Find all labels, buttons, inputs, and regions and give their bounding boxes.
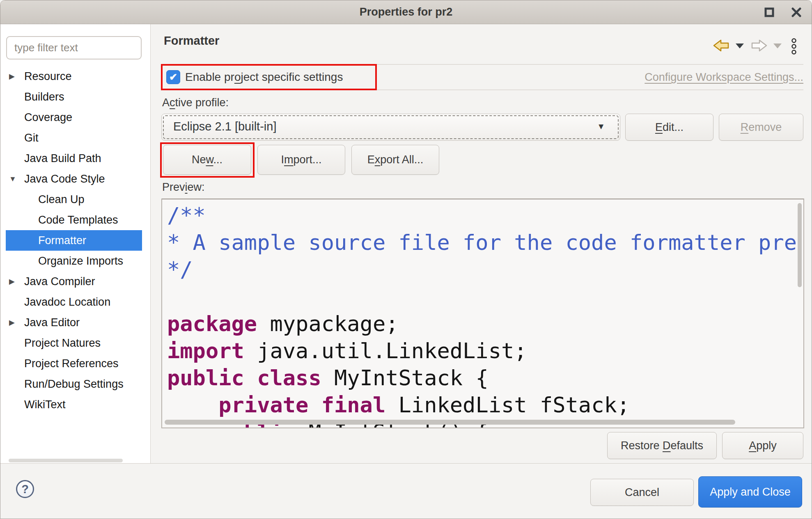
sidebar-item-organize-imports[interactable]: Organize Imports: [6, 251, 142, 271]
preview-horizontal-scrollbar[interactable]: [165, 420, 735, 425]
code-line: [167, 283, 797, 310]
restore-defaults-button[interactable]: Restore Defaults: [607, 432, 717, 459]
import-button[interactable]: Import...: [257, 145, 345, 175]
sidebar-item-java-code-style[interactable]: ▼Java Code Style: [6, 169, 142, 189]
sidebar-item-label: Project References: [24, 357, 119, 370]
sidebar-item-wikitext[interactable]: WikiText: [6, 394, 142, 415]
close-icon[interactable]: [790, 6, 803, 18]
code-line: private final LinkedList fStack;: [167, 391, 797, 418]
cancel-button[interactable]: Cancel: [590, 479, 694, 506]
sidebar-item-label: Java Editor: [24, 316, 80, 329]
sidebar-item-git[interactable]: Git: [6, 128, 142, 148]
sidebar-item-resource[interactable]: ▶Resource: [6, 66, 142, 87]
titlebar[interactable]: Properties for pr2: [0, 0, 812, 24]
sidebar-item-clean-up[interactable]: Clean Up: [6, 189, 142, 210]
edit-button[interactable]: Edit...: [625, 114, 713, 141]
sidebar-item-javadoc-location[interactable]: Javadoc Location: [6, 292, 142, 312]
configure-workspace-settings-link[interactable]: Configure Workspace Settings...: [645, 71, 803, 84]
enable-project-specific-label[interactable]: Enable project specific settings: [185, 71, 343, 84]
page-title: Formatter: [164, 34, 219, 48]
code-line: public class MyIntStack {: [167, 364, 797, 391]
group-separator-bottom: [161, 89, 803, 90]
maximize-icon[interactable]: [763, 6, 775, 18]
sidebar-item-label: WikiText: [24, 398, 66, 411]
preferences-sidebar: ▶ResourceBuildersCoverageGitJava Build P…: [0, 24, 151, 463]
export-all-button[interactable]: Export All...: [351, 145, 439, 175]
enable-project-specific-checkbox[interactable]: ✔: [166, 70, 180, 84]
sidebar-item-builders[interactable]: Builders: [6, 87, 142, 107]
forward-icon[interactable]: [751, 39, 767, 54]
sidebar-item-label: Project Natures: [24, 337, 101, 350]
sidebar-item-coverage[interactable]: Coverage: [6, 107, 142, 128]
help-icon[interactable]: ?: [16, 480, 34, 498]
apply-button[interactable]: Apply: [722, 432, 803, 459]
back-icon[interactable]: [713, 39, 729, 54]
checkmark-icon: ✔: [169, 72, 177, 82]
apply-and-close-button[interactable]: Apply and Close: [698, 476, 802, 508]
chevron-collapsed-icon[interactable]: ▶: [9, 72, 21, 81]
sidebar-item-java-editor[interactable]: ▶Java Editor: [6, 312, 142, 333]
chevron-collapsed-icon[interactable]: ▶: [9, 318, 21, 327]
sidebar-item-label: Java Compiler: [24, 275, 95, 288]
active-profile-label: Active profile:: [162, 96, 229, 109]
view-menu-icon[interactable]: [791, 38, 797, 57]
code-text: /*** A sample source file for the code f…: [167, 202, 797, 428]
sidebar-item-run-debug-settings[interactable]: Run/Debug Settings: [6, 374, 142, 394]
sidebar-item-label: Java Code Style: [24, 173, 105, 185]
preview-label: Preview:: [162, 181, 205, 194]
sidebar-item-java-compiler[interactable]: ▶Java Compiler: [6, 271, 142, 292]
preview-vertical-scrollbar[interactable]: [798, 203, 802, 287]
formatter-page: Formatter ✔ Enable project specif: [151, 24, 812, 463]
preferences-tree: ▶ResourceBuildersCoverageGitJava Build P…: [6, 66, 142, 415]
code-line: */: [167, 256, 797, 283]
chevron-down-icon: ▼: [597, 114, 605, 139]
sidebar-item-formatter[interactable]: Formatter: [6, 230, 142, 251]
group-separator-top: [161, 64, 803, 65]
sidebar-item-label: Coverage: [24, 111, 72, 124]
sidebar-item-label: Java Build Path: [24, 152, 101, 165]
sidebar-item-label: Organize Imports: [38, 255, 123, 268]
sidebar-item-project-natures[interactable]: Project Natures: [6, 333, 142, 353]
active-profile-value: Eclipse 2.1 [built-in]: [173, 114, 276, 139]
sidebar-item-code-templates[interactable]: Code Templates: [6, 210, 142, 230]
code-line: package mypackage;: [167, 310, 797, 337]
sidebar-item-label: Code Templates: [38, 214, 118, 226]
sidebar-item-label: Javadoc Location: [24, 296, 110, 309]
remove-button[interactable]: Remove: [719, 114, 803, 141]
forward-history-dropdown-icon[interactable]: [773, 43, 782, 50]
code-line: import java.util.LinkedList;: [167, 337, 797, 364]
new-button[interactable]: New...: [163, 145, 251, 175]
back-history-dropdown-icon[interactable]: [735, 43, 744, 50]
properties-dialog: Properties for pr2 ▶ResourceBuildersCove…: [0, 0, 812, 519]
sidebar-item-label: Git: [24, 132, 39, 144]
chevron-collapsed-icon[interactable]: ▶: [9, 277, 21, 286]
footer-separator: [0, 463, 812, 464]
window-title: Properties for pr2: [360, 6, 453, 18]
sidebar-item-label: Formatter: [38, 234, 86, 247]
sidebar-item-label: Builders: [24, 91, 64, 103]
sidebar-item-java-build-path[interactable]: Java Build Path: [6, 148, 142, 169]
sidebar-item-label: Clean Up: [38, 193, 85, 206]
code-line: /**: [167, 202, 797, 229]
active-profile-select[interactable]: Eclipse 2.1 [built-in] ▼: [161, 114, 620, 141]
sidebar-item-label: Resource: [24, 70, 72, 83]
code-line: * A sample source file for the code form…: [167, 229, 797, 256]
filter-input[interactable]: [6, 36, 142, 59]
code-preview[interactable]: /*** A sample source file for the code f…: [161, 199, 804, 428]
chevron-expanded-icon[interactable]: ▼: [9, 175, 21, 183]
sidebar-horizontal-scrollbar[interactable]: [9, 459, 123, 462]
sidebar-item-label: Run/Debug Settings: [24, 378, 124, 391]
sidebar-item-project-references[interactable]: Project References: [6, 353, 142, 374]
